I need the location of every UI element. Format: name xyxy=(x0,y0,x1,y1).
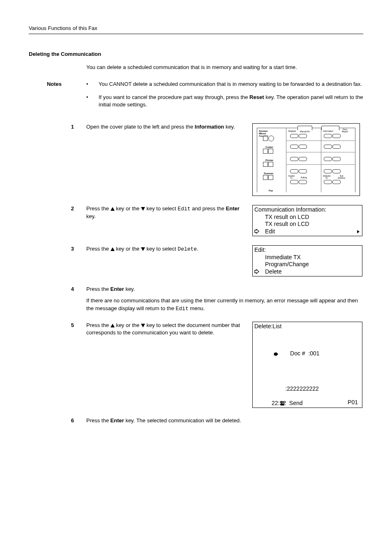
lcd-wrap: Communication Information: TX result on … xyxy=(252,205,363,236)
step-number: 2 xyxy=(53,205,86,212)
up-arrow-icon xyxy=(111,324,115,327)
step-4-note: If there are no communications that are … xyxy=(86,297,363,312)
pointer-right-icon xyxy=(274,337,290,371)
control-panel-illustration: System Menu/Counter Copier Printer Scann… xyxy=(252,123,360,196)
lcd-line: Immediate TX xyxy=(254,254,360,261)
step-text: Press the key or the key to select the d… xyxy=(86,322,252,336)
panel-label-delayedtx: DelayedTx. xyxy=(323,175,330,179)
step-number: 6 xyxy=(53,417,86,424)
up-arrow-icon xyxy=(111,207,115,211)
panel-label-polling: Polling xyxy=(301,176,307,179)
lcd-line: Edit: xyxy=(254,246,360,254)
phone-icon xyxy=(279,387,285,391)
down-arrow-icon xyxy=(141,207,145,211)
note-text: If you want to cancel the procedure part… xyxy=(99,94,363,108)
step-text: Press the key or the key to select Edit … xyxy=(86,205,252,220)
intro-text: You can delete a scheduled communication… xyxy=(86,64,363,71)
step-text: Press the Enter key. xyxy=(86,286,252,293)
panel-label-information: Information xyxy=(323,130,333,132)
note-item: • You CANNOT delete a scheduled communic… xyxy=(86,81,363,88)
panel-label-copier: Copier xyxy=(265,146,273,148)
panel-label-printreport: PrintReport xyxy=(342,128,348,133)
lcd-line: 22:22 Send xyxy=(254,400,360,407)
lcd-display: Edit: Immediate TX Program/Change Delete xyxy=(252,245,362,276)
step-text: Open the cover plate to the left and pre… xyxy=(86,123,252,131)
step-4: 4 Press the Enter key. xyxy=(29,286,363,293)
pointer-right-icon xyxy=(254,229,259,234)
notes-list: • You CANNOT delete a scheduled communic… xyxy=(86,81,363,115)
breadcrumb: Various Functions of this Fax xyxy=(29,25,97,31)
lcd-line: Communication Information: xyxy=(254,206,360,214)
step-number: 5 xyxy=(53,322,86,329)
lcd-page-indicator: P01 xyxy=(348,399,358,406)
panel-tab xyxy=(297,126,312,130)
step-number: 4 xyxy=(53,286,86,293)
down-arrow-icon xyxy=(141,247,145,251)
step-1: 1 Open the cover plate to the left and p… xyxy=(29,123,363,196)
pointer-right-icon xyxy=(254,269,259,274)
panel-illustration-wrap: System Menu/Counter Copier Printer Scann… xyxy=(252,123,363,196)
step-3: 3 Press the key or the key to select Del… xyxy=(29,245,363,276)
lcd-line: Program/Change xyxy=(254,261,360,268)
lcd-line: TX result on LCD xyxy=(254,221,360,228)
lcd-line: TX result on LCD xyxy=(254,214,360,221)
bullet-icon: • xyxy=(86,81,99,88)
page-header: Various Functions of this Fax xyxy=(29,25,363,34)
lcd-line: :2222222222 xyxy=(254,378,360,400)
step-2: 2 Press the key or the key to select Edi… xyxy=(29,205,363,236)
section-title: Deleting the Communication xyxy=(29,51,363,58)
lcd-line-selected: Edit xyxy=(254,228,360,235)
caret-right-icon xyxy=(357,230,360,233)
step-text: Press the key or the key to select Delet… xyxy=(86,245,252,253)
lcd-line: Delete:List xyxy=(254,323,360,330)
lcd-line-selected: Delete xyxy=(254,268,360,276)
lcd-line: Doc # :001 xyxy=(254,330,360,378)
panel-label-register: Register xyxy=(288,130,296,132)
bullet-icon: • xyxy=(86,94,99,108)
panel-label-printer: Printer xyxy=(265,159,273,161)
step-text: Press the Enter key. The selected commun… xyxy=(86,417,252,424)
notes-block: Notes • You CANNOT delete a scheduled co… xyxy=(29,81,363,115)
step-number: 3 xyxy=(53,245,86,253)
step-number: 1 xyxy=(53,123,86,131)
notes-label: Notes xyxy=(29,81,62,88)
lcd-display: Delete:List Doc # :001 :2222222222 22:22… xyxy=(252,322,362,408)
note-item: • If you want to cancel the procedure pa… xyxy=(86,94,363,108)
lcd-display: Communication Information: TX result on … xyxy=(252,205,362,236)
step-5: 5 Press the key or the key to select the… xyxy=(29,322,363,408)
step-6: 6 Press the Enter key. The selected comm… xyxy=(29,417,363,424)
down-arrow-icon xyxy=(141,324,145,327)
panel-label-fax: Fax xyxy=(269,189,273,192)
panel-tab-highlight xyxy=(321,126,339,130)
up-arrow-icon xyxy=(111,247,115,251)
panel-label-duplextx: DuplexTx. xyxy=(288,175,295,179)
lcd-wrap: Edit: Immediate TX Program/Change Delete xyxy=(252,245,363,276)
lcd-wrap: Delete:List Doc # :001 :2222222222 22:22… xyxy=(252,322,363,408)
note-text: You CANNOT delete a scheduled communicat… xyxy=(99,81,362,88)
panel-label-subaddress: SubAddress xyxy=(338,175,345,179)
panel-label-scanner: Scanner xyxy=(264,172,274,175)
